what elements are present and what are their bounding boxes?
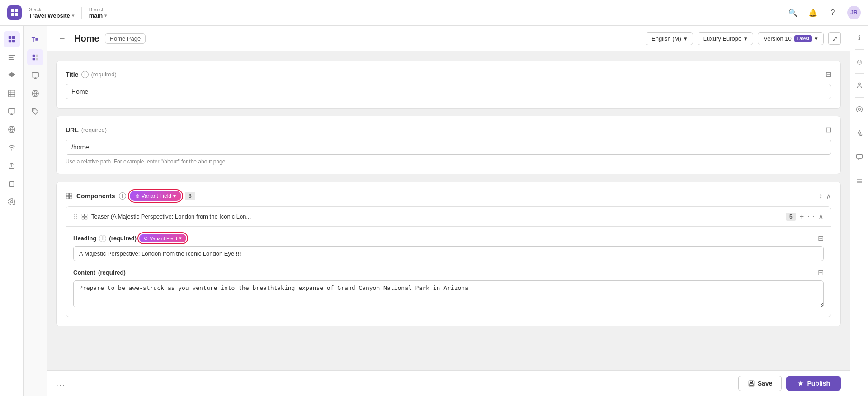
inner-sidebar-globe[interactable] [27, 85, 43, 102]
title-field-label: Title i (required) [66, 71, 117, 78]
teaser-section: ⠿ Teaser (A Majestic Perspective: London… [66, 206, 831, 317]
url-translate-icon[interactable]: ⊟ [826, 126, 831, 134]
inner-sidebar-text[interactable]: T≡ [27, 31, 43, 47]
publish-icon [797, 380, 804, 387]
language-text: English (M) [651, 35, 681, 42]
content-textarea[interactable]: Prepare to be awe-struck as you venture … [73, 280, 824, 307]
sidebar-item-wifi[interactable] [4, 140, 20, 156]
sidebar-item-clipboard[interactable] [4, 176, 20, 192]
inner-sidebar-list[interactable] [27, 49, 43, 65]
heading-variant-field-button[interactable]: ⊕ Variant Field ▾ [139, 234, 186, 242]
branch-selector[interactable]: Branch main ▾ [89, 7, 107, 19]
svg-rect-0 [11, 9, 14, 12]
heading-translate-icon[interactable]: ⊟ [818, 234, 824, 242]
svg-point-38 [858, 108, 860, 111]
publish-button[interactable]: Publish [786, 376, 841, 391]
right-sidebar-user-icon[interactable] [853, 79, 866, 92]
components-field-header: Components i ⊕ Variant Field ▾ 8 ↕ ∧ [66, 191, 831, 201]
heading-input[interactable] [73, 246, 824, 261]
project-selector[interactable]: Stack Travel Website ▾ [29, 7, 82, 19]
teaser-more-button[interactable]: ⋯ [807, 212, 815, 221]
version-selector[interactable]: Version 10 Latest ▾ [758, 32, 824, 45]
title-translate-icon[interactable]: ⊟ [826, 70, 831, 79]
sidebar-item-layers[interactable] [4, 67, 20, 84]
url-field-header: URL (required) ⊟ [66, 126, 831, 134]
right-sidebar-radio-icon[interactable] [853, 103, 866, 116]
project-name-text: Travel Website [29, 12, 70, 19]
right-sidebar-list-icon[interactable] [853, 175, 866, 187]
project-label: Stack [29, 7, 74, 12]
teaser-grid-icon [81, 214, 88, 220]
svg-rect-4 [8, 36, 11, 39]
svg-rect-3 [15, 13, 18, 16]
title-field-card: Title i (required) ⊟ [56, 61, 841, 109]
notifications-button[interactable]: 🔔 [807, 7, 818, 18]
right-sidebar-info-icon[interactable]: ℹ [853, 31, 866, 44]
version-chevron-icon: ▾ [815, 35, 818, 42]
heading-required-text: (required) [109, 235, 137, 242]
content-translate-icon[interactable]: ⊟ [818, 268, 824, 277]
content-field-container: Content (required) ⊟ Prepare to be awe-s… [73, 268, 824, 309]
heading-info-icon[interactable]: i [99, 235, 106, 242]
svg-rect-29 [82, 214, 84, 216]
sidebar-item-globe[interactable] [4, 121, 20, 138]
help-button[interactable]: ? [827, 7, 838, 18]
teaser-title-text: Teaser (A Majestic Perspective: London f… [91, 213, 782, 220]
right-sidebar-divider-2 [855, 73, 864, 74]
project-name: Travel Website ▾ [29, 12, 74, 19]
site-chevron-icon: ▾ [744, 35, 747, 42]
teaser-collapse-button[interactable]: ∧ [818, 212, 824, 221]
more-options-button[interactable]: ... [56, 379, 66, 388]
sidebar-item-pages[interactable] [4, 31, 20, 47]
teaser-header: ⠿ Teaser (A Majestic Perspective: London… [66, 207, 831, 227]
right-sidebar-divider-6 [855, 169, 864, 169]
heading-variant-chevron-icon: ▾ [179, 235, 182, 241]
right-sidebar-divider-3 [855, 97, 864, 98]
teaser-add-button[interactable]: + [800, 213, 804, 221]
components-variant-field-button[interactable]: ⊕ Variant Field ▾ [130, 191, 181, 201]
heading-field-container: Heading i (required) ⊕ Variant Field ▾ [73, 234, 824, 261]
title-info-icon[interactable]: i [81, 71, 89, 78]
branch-name: main ▾ [89, 12, 107, 19]
svg-rect-21 [35, 55, 38, 57]
page-header: ← Home Home Page English (M) ▾ Luxury Eu… [47, 26, 850, 51]
back-button[interactable]: ← [56, 32, 69, 45]
language-selector[interactable]: English (M) ▾ [646, 32, 693, 45]
bottom-bar: ... Save Publish [47, 370, 850, 396]
sidebar-item-monitor[interactable] [4, 103, 20, 120]
url-input[interactable] [66, 140, 831, 155]
version-text: Version 10 [764, 35, 791, 42]
sidebar-item-upload[interactable] [4, 158, 20, 174]
inner-sidebar-monitor[interactable] [27, 67, 43, 84]
right-sidebar-shapes-icon[interactable] [853, 127, 866, 140]
title-input[interactable] [66, 84, 831, 99]
svg-rect-39 [859, 134, 862, 136]
right-sidebar-chat-icon[interactable] [853, 151, 866, 163]
right-sidebar-settings-icon[interactable]: ◎ [853, 55, 866, 68]
user-avatar[interactable]: JR [847, 6, 861, 19]
title-label-text: Title [66, 71, 79, 78]
branch-label: Branch [89, 7, 107, 12]
svg-rect-20 [32, 58, 34, 60]
sidebar-item-settings[interactable] [4, 194, 20, 210]
svg-rect-5 [12, 36, 14, 39]
drag-handle-icon[interactable]: ⠿ [73, 213, 78, 220]
site-selector[interactable]: Luxury Europe ▾ [698, 32, 754, 45]
expand-button[interactable]: ⤢ [828, 32, 841, 45]
search-button[interactable]: 🔍 [788, 7, 798, 18]
sidebar-item-content[interactable] [4, 49, 20, 65]
svg-rect-6 [8, 40, 11, 42]
page-tag[interactable]: Home Page [105, 33, 146, 44]
svg-rect-15 [8, 109, 14, 113]
sort-icon[interactable]: ↕ [819, 192, 822, 200]
save-button[interactable]: Save [738, 376, 782, 391]
components-label-text: Components [76, 192, 115, 200]
components-variant-chevron-icon: ▾ [173, 193, 176, 199]
components-info-icon[interactable]: i [119, 192, 126, 200]
inner-sidebar-tag[interactable] [27, 103, 43, 120]
collapse-icon[interactable]: ∧ [826, 192, 831, 200]
latest-badge: Latest [794, 35, 812, 42]
sidebar-item-table[interactable] [4, 85, 20, 102]
left-sidebar [0, 26, 24, 396]
svg-rect-34 [750, 381, 752, 382]
